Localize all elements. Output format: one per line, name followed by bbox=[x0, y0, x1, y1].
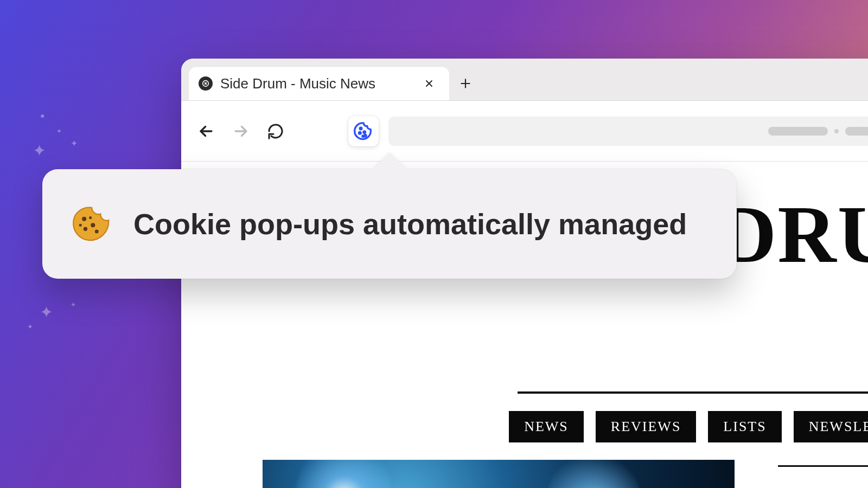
svg-point-7 bbox=[91, 223, 95, 227]
close-tab-button[interactable] bbox=[421, 75, 437, 92]
reload-button[interactable] bbox=[265, 120, 286, 142]
cookie-management-button[interactable] bbox=[348, 116, 379, 146]
site-nav: NEWS REVIEWS LISTS NEWSLET bbox=[509, 411, 868, 442]
svg-point-11 bbox=[79, 224, 82, 227]
back-button[interactable] bbox=[195, 120, 217, 142]
toolbar bbox=[181, 101, 868, 162]
svg-point-3 bbox=[363, 131, 366, 133]
site-masthead: DRU bbox=[718, 188, 868, 281]
desktop-background: ✦ ✦ ✦ ● ✦ ✦ ✦ Side Drum - Music News bbox=[0, 0, 868, 488]
forward-button[interactable] bbox=[230, 120, 252, 142]
url-placeholder bbox=[845, 127, 868, 136]
divider bbox=[778, 465, 868, 467]
svg-point-5 bbox=[362, 135, 364, 137]
article-hero-image bbox=[263, 460, 735, 488]
tab-strip: Side Drum - Music News bbox=[181, 59, 868, 101]
sparkle-icon: ✦ bbox=[71, 301, 76, 309]
tab-title: Side Drum - Music News bbox=[220, 75, 413, 92]
nav-newsletter[interactable]: NEWSLET bbox=[794, 411, 868, 442]
nav-lists[interactable]: LISTS bbox=[708, 411, 781, 442]
divider bbox=[518, 391, 868, 394]
cookie-icon bbox=[72, 204, 112, 244]
svg-point-1 bbox=[360, 127, 362, 130]
nav-reviews[interactable]: REVIEWS bbox=[596, 411, 697, 442]
url-placeholder bbox=[768, 127, 828, 136]
sparkle-icon: ● bbox=[40, 111, 44, 120]
url-placeholder bbox=[834, 129, 839, 133]
address-bar[interactable] bbox=[388, 117, 868, 146]
sparkle-icon: ✦ bbox=[71, 138, 78, 149]
sparkle-icon: ✦ bbox=[56, 127, 62, 135]
popover-message: Cookie pop-ups automatically managed bbox=[133, 207, 687, 241]
svg-point-8 bbox=[84, 227, 87, 231]
new-tab-button[interactable] bbox=[449, 67, 482, 100]
cookie-popover: Cookie pop-ups automatically managed bbox=[42, 169, 737, 279]
sparkle-icon: ✦ bbox=[27, 323, 33, 331]
favicon-icon bbox=[199, 76, 213, 91]
sparkle-icon: ✦ bbox=[33, 141, 46, 160]
svg-point-10 bbox=[89, 216, 92, 219]
sparkle-icon: ✦ bbox=[40, 303, 53, 322]
address-bar-wrap bbox=[348, 116, 868, 146]
browser-tab[interactable]: Side Drum - Music News bbox=[189, 67, 449, 100]
svg-point-2 bbox=[359, 132, 361, 134]
svg-point-6 bbox=[82, 217, 86, 221]
nav-news[interactable]: NEWS bbox=[509, 411, 584, 442]
svg-point-9 bbox=[95, 229, 99, 233]
